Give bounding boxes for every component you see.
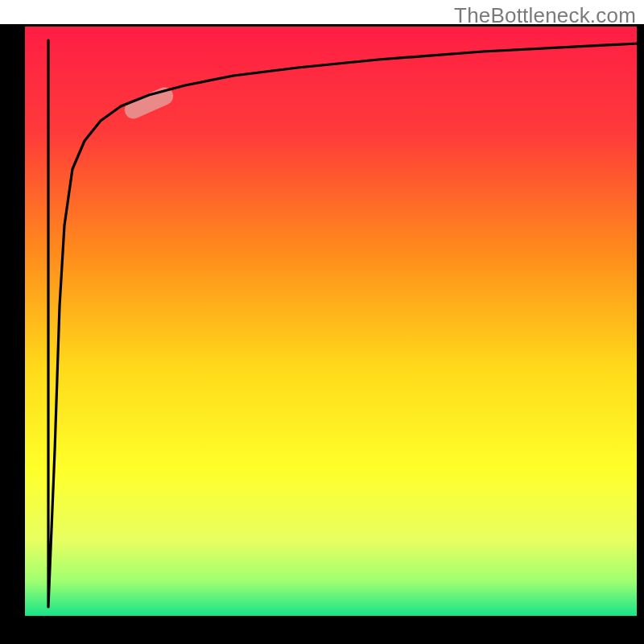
chart-stage: TheBottleneck.com [0, 0, 644, 644]
watermark-text: TheBottleneck.com [454, 3, 636, 28]
plot-background [24, 26, 638, 617]
chart-svg [0, 0, 644, 644]
